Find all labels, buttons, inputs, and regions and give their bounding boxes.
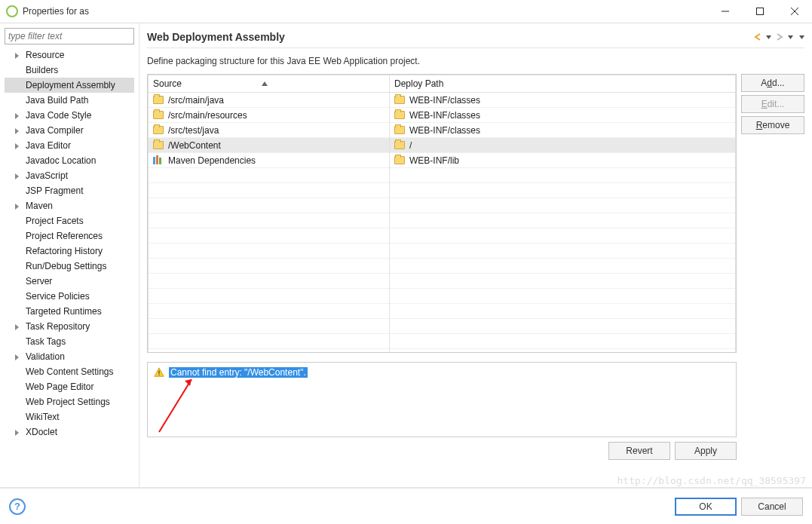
tree-item-label: Web Page Editor: [26, 382, 94, 392]
tree-item[interactable]: XDoclet: [5, 424, 134, 440]
column-source-label: Source: [153, 78, 182, 89]
add-button[interactable]: Add...: [741, 74, 804, 92]
folder-icon: [394, 96, 405, 104]
table-row: [149, 274, 736, 289]
warning-box: Cannot find entry: "/WebContent".: [147, 362, 737, 437]
source-cell: /src/test/java: [168, 125, 219, 136]
assembly-table[interactable]: Source Deploy Path /src/main/javaWEB-INF…: [147, 74, 737, 353]
content-panel: Web Deployment Assembly Define packaging…: [139, 23, 812, 487]
tree-item-label: Java Editor: [26, 140, 71, 151]
table-row: [149, 334, 736, 349]
folder-icon: [394, 156, 405, 164]
ok-button[interactable]: OK: [675, 498, 737, 516]
tree-item-label: Service Policies: [26, 291, 90, 302]
page-heading: Web Deployment Assembly: [147, 31, 752, 43]
tree-item[interactable]: Project Facets: [5, 213, 134, 228]
maximize-button[interactable]: [743, 0, 777, 23]
apply-button[interactable]: Apply: [675, 442, 737, 460]
window-title: Properties for as: [23, 6, 708, 17]
tree-item-label: WikiText: [26, 412, 60, 422]
table-row: [149, 168, 736, 183]
tree-item-label: Java Build Path: [26, 95, 88, 106]
tree-item-label: Validation: [26, 351, 65, 362]
tree-item[interactable]: Web Project Settings: [5, 394, 134, 409]
side-buttons: Add... Edit... Remove: [741, 74, 804, 483]
help-icon[interactable]: ?: [9, 498, 26, 515]
sort-asc-icon: [262, 81, 268, 86]
table-row[interactable]: /src/main/resourcesWEB-INF/classes: [149, 108, 736, 123]
sidebar: ResourceBuildersDeployment AssemblyJava …: [0, 23, 139, 487]
tree-item-label: Run/Debug Settings: [26, 261, 106, 271]
tree-item[interactable]: Server: [5, 274, 134, 289]
tree-item[interactable]: Targeted Runtimes: [5, 304, 134, 319]
source-cell: /src/main/resources: [168, 110, 247, 121]
folder-icon: [153, 111, 164, 119]
tree-item-label: Task Repository: [26, 321, 90, 332]
table-row: [149, 198, 736, 213]
menu-dropdown-icon[interactable]: [799, 35, 804, 39]
tree-item-label: JavaScript: [26, 170, 68, 181]
cancel-button[interactable]: Cancel: [741, 498, 803, 516]
column-deploy[interactable]: Deploy Path: [390, 75, 736, 93]
tree-item[interactable]: JavaScript: [5, 168, 134, 183]
tree-item-label: Targeted Runtimes: [26, 306, 102, 317]
back-dropdown-icon[interactable]: [766, 35, 771, 39]
tree-item[interactable]: Task Repository: [5, 319, 134, 334]
forward-icon[interactable]: [774, 32, 785, 42]
tree-item-label: Web Content Settings: [26, 366, 114, 377]
table-row[interactable]: /src/main/javaWEB-INF/classes: [149, 93, 736, 108]
tree-item[interactable]: Builders: [5, 63, 134, 78]
close-button[interactable]: [777, 0, 812, 23]
tree-item-label: Builders: [26, 65, 58, 75]
svg-rect-5: [156, 155, 158, 164]
table-row[interactable]: /WebContent/: [149, 138, 736, 153]
source-cell: /src/main/java: [168, 95, 224, 106]
table-row: [149, 213, 736, 228]
tree-item-label: Javadoc Location: [26, 155, 96, 166]
tree-item-label: Deployment Assembly: [26, 80, 115, 90]
tree-item[interactable]: Java Editor: [5, 138, 134, 153]
tree-item[interactable]: Refactoring History: [5, 244, 134, 259]
tree-item-label: Server: [26, 276, 52, 287]
remove-button[interactable]: Remove: [741, 116, 804, 134]
tree-item[interactable]: WikiText: [5, 409, 134, 424]
table-row[interactable]: /src/test/javaWEB-INF/classes: [149, 123, 736, 138]
tree-item[interactable]: Maven: [5, 198, 134, 213]
tree-item-label: Task Tags: [26, 336, 66, 347]
tree-item-label: Java Compiler: [26, 125, 84, 136]
category-tree: ResourceBuildersDeployment AssemblyJava …: [5, 47, 134, 440]
svg-line-9: [159, 379, 192, 432]
footer: ? OK Cancel: [0, 488, 812, 524]
tree-item[interactable]: Task Tags: [5, 334, 134, 349]
table-row[interactable]: Maven DependenciesWEB-INF/lib: [149, 153, 736, 168]
tree-item[interactable]: Project References: [5, 228, 134, 244]
table-row: [149, 244, 736, 259]
filter-input[interactable]: [5, 28, 134, 44]
tree-item[interactable]: Java Build Path: [5, 93, 134, 108]
minimize-button[interactable]: [708, 0, 743, 23]
tree-item[interactable]: Resource: [5, 47, 134, 63]
back-icon[interactable]: [752, 32, 763, 42]
svg-rect-7: [158, 370, 159, 373]
column-source[interactable]: Source: [149, 75, 390, 93]
tree-item[interactable]: Web Page Editor: [5, 379, 134, 394]
table-row: [149, 183, 736, 198]
warning-text: Cannot find entry: "/WebContent".: [169, 367, 308, 378]
folder-icon: [394, 141, 405, 149]
tree-item[interactable]: Javadoc Location: [5, 153, 134, 168]
app-icon: [6, 5, 18, 17]
tree-item[interactable]: Java Code Style: [5, 108, 134, 123]
tree-item[interactable]: Java Compiler: [5, 123, 134, 138]
tree-item[interactable]: Service Policies: [5, 289, 134, 304]
revert-button[interactable]: Revert: [608, 442, 670, 460]
tree-item[interactable]: Run/Debug Settings: [5, 259, 134, 274]
tree-item[interactable]: Validation: [5, 349, 134, 364]
edit-button[interactable]: Edit...: [741, 95, 804, 113]
tree-item[interactable]: Web Content Settings: [5, 364, 134, 379]
tree-item[interactable]: Deployment Assembly: [5, 78, 134, 93]
forward-dropdown-icon[interactable]: [788, 35, 793, 39]
nav-arrows: [752, 32, 804, 42]
title-bar: Properties for as: [0, 0, 812, 23]
tree-item[interactable]: JSP Fragment: [5, 183, 134, 198]
folder-icon: [153, 141, 164, 149]
